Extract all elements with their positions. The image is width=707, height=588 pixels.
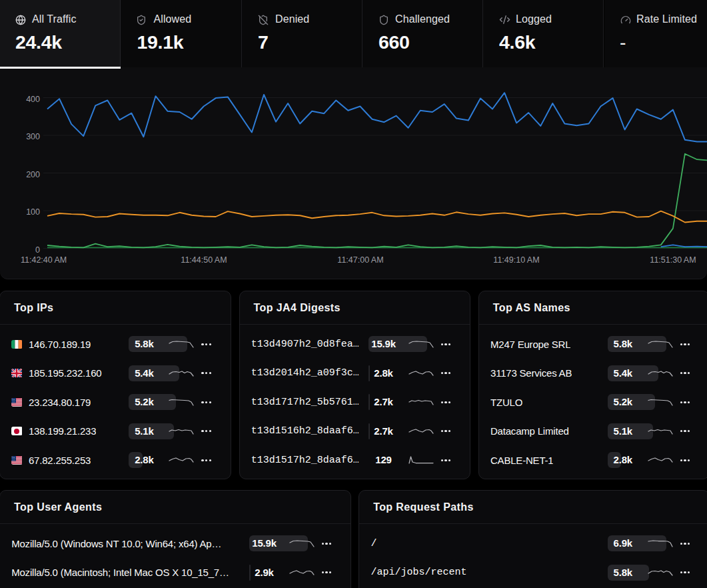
svg-text:11:49:10 AM: 11:49:10 AM (493, 255, 539, 265)
svg-text:300: 300 (26, 132, 40, 141)
svg-text:11:51:30 AM: 11:51:30 AM (650, 255, 696, 265)
svg-text:11:47:00 AM: 11:47:00 AM (337, 255, 383, 265)
svg-text:0: 0 (35, 245, 40, 255)
svg-text:100: 100 (26, 207, 40, 217)
svg-text:200: 200 (26, 170, 40, 179)
svg-text:11:42:40 AM: 11:42:40 AM (21, 255, 67, 265)
svg-text:400: 400 (26, 95, 40, 104)
svg-text:11:44:50 AM: 11:44:50 AM (181, 255, 227, 265)
